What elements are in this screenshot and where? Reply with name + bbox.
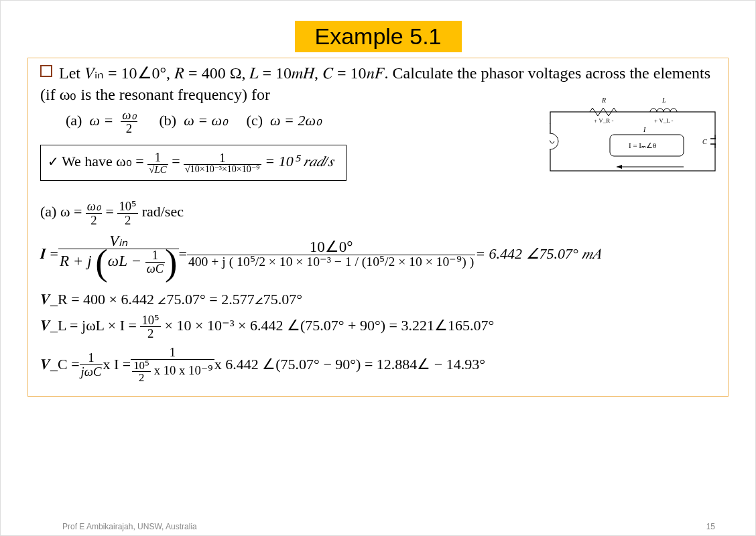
VC-mid: x I = — [103, 356, 131, 373]
pa-unit: rad/sec — [142, 204, 184, 220]
content-box: Let 𝑉ᵢₙ = 10∠0°, 𝑅 = 400 Ω, 𝐿 = 10𝑚𝐻, 𝐶 … — [27, 58, 729, 397]
omega0-box: ✓We have ω₀ = 1 √LC = 1 √10×10⁻³×10×10⁻⁹… — [40, 145, 346, 181]
pa-f1n: ω₀ — [86, 200, 102, 214]
check-icon: ✓ — [48, 154, 59, 169]
pa-f2d: 2 — [117, 214, 138, 227]
title-row: Example 5.1 — [27, 21, 729, 52]
I-mid: = — [179, 245, 187, 263]
box-result: = 10⁵ 𝑟𝑎𝑑/𝑠 — [265, 153, 334, 170]
I-left: 𝑰 = — [40, 245, 58, 263]
VC-f1d: jωC — [80, 365, 103, 379]
I-den-inner: ωL − — [108, 252, 145, 269]
L-label: L — [662, 97, 666, 104]
I-eq: I = Iₘ∠θ — [629, 141, 656, 149]
I-den-pre: R + j — [60, 252, 92, 269]
case-a-eq: ω = — [89, 112, 113, 129]
pa-f1d: 2 — [86, 214, 102, 227]
footer-author: Prof E Ambikairajah, UNSW, Australia — [62, 522, 197, 531]
case-c-label: (c) — [247, 112, 263, 129]
I-den2: 400 + j ( 10⁵/2 × 10 × 10⁻³ − 1 / (10⁵/2… — [187, 255, 475, 269]
VL-label: + V_L - — [654, 117, 674, 124]
I-den: R + j (ωL − 1 ωC ) — [58, 249, 179, 276]
box-f1-den: √LC — [147, 165, 168, 176]
VL-left: 𝑽_L = jωL × I = — [40, 317, 140, 334]
case-b-eq: ω = ω₀ — [184, 112, 228, 129]
I-num: Vᵢₙ — [58, 232, 179, 249]
box-f1-num: 1 — [147, 151, 168, 165]
box-f2-den: √10×10⁻³×10×10⁻⁹ — [184, 165, 261, 175]
box-prefix: We have ω₀ = — [62, 153, 144, 170]
box-f2-num: 1 — [184, 151, 261, 165]
case-a-num: ω₀ — [121, 109, 137, 123]
title-bar: Example 5.1 — [295, 21, 462, 52]
VL-rest: × 10 × 10⁻³ × 6.442 ∠(75.07° + 90°) = 3.… — [165, 317, 495, 334]
C-label: C — [702, 138, 707, 145]
VC-f2dr: x 10 x 10⁻⁹ — [151, 363, 213, 377]
omega-row: (a) ω = ω₀ 2 = 10⁵ 2 rad/sec — [40, 200, 716, 226]
VL-fn: 10⁵ — [140, 314, 161, 328]
VC-row: 𝑽_C = 1 jωC x I = 1 10⁵ 2 x 10 x 10⁻⁹ — [40, 346, 716, 384]
src-plus: + — [550, 120, 551, 127]
footer-page: 15 — [706, 522, 715, 531]
I-result: = 6.442 ∠75.07° 𝑚𝐴 — [475, 245, 601, 263]
case-b-label: (b) — [160, 112, 177, 129]
circuit-diagram: Vᵢₙ = Vₘ∠0° + - R + V_R - L + V_L - C + … — [550, 97, 716, 178]
VC-f2dt: 10⁵ — [132, 360, 151, 373]
VC-f2db: 2 — [132, 372, 151, 384]
case-c-eq: ω = 2ω₀ — [270, 112, 322, 129]
VR-row: 𝑽_R = 400 × 6.442 ∠75.07° = 2.577∠75.07° — [40, 291, 716, 308]
slide: Example 5.1 Let 𝑉ᵢₙ = 10∠0°, 𝑅 = 400 Ω, … — [0, 0, 756, 536]
box-eq1: = — [172, 153, 184, 170]
VC-f1n: 1 — [80, 351, 103, 365]
bullet-icon — [40, 65, 52, 77]
part-a-work: (a) ω = ω₀ 2 = 10⁵ 2 rad/sec 𝑰 = Vᵢₙ R — [40, 200, 716, 383]
I-num2: 10∠0° — [187, 239, 475, 255]
I-row: 𝑰 = Vᵢₙ R + j (ωL − 1 ωC ) = 10∠0° — [40, 232, 716, 276]
VC-f2d: 10⁵ 2 x 10 x 10⁻⁹ — [131, 360, 214, 384]
case-a-label: (a) — [66, 112, 82, 129]
footer: Prof E Ambikairajah, UNSW, Australia 15 — [62, 522, 715, 531]
VC-left: 𝑽_C = — [40, 356, 80, 373]
I-den-fn: 1 — [145, 249, 165, 263]
R-label: R — [601, 97, 606, 104]
VR-label: + V_R - — [594, 117, 613, 124]
I-den-fd: ωC — [145, 263, 165, 275]
VC-f2n: 1 — [131, 346, 214, 360]
VL-fd: 2 — [140, 327, 161, 340]
case-a-den: 2 — [121, 122, 137, 135]
VC-rest: x 6.442 ∠(75.07° − 90°) = 12.884∠ − 14.9… — [214, 356, 485, 373]
pa-eq: = — [106, 204, 118, 220]
pa-heading: (a) ω = — [40, 204, 82, 220]
VL-row: 𝑽_L = jωL × I = 10⁵ 2 × 10 × 10⁻³ × 6.44… — [40, 314, 716, 340]
pa-f2n: 10⁵ — [117, 200, 138, 214]
I-label: I — [643, 126, 646, 133]
